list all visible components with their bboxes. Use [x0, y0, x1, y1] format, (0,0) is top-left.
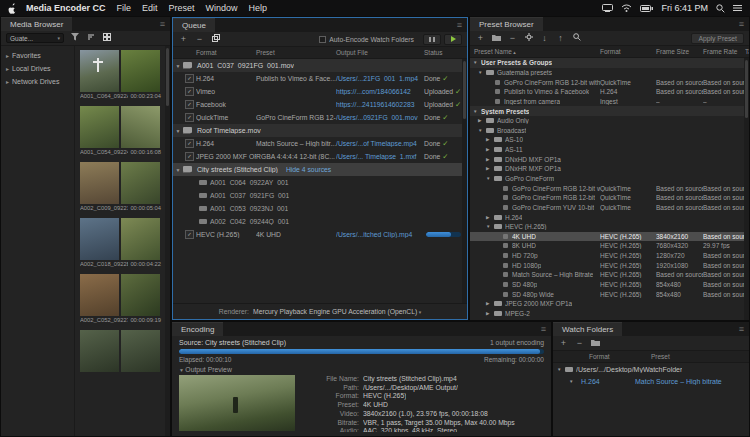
disclosure-triangle-icon[interactable] [486, 147, 494, 152]
column-target-rate[interactable]: Target Rate [745, 48, 749, 55]
tab-media-browser[interactable]: Media Browser [1, 17, 72, 31]
sort-icon[interactable] [85, 33, 96, 43]
clip-thumbnail[interactable] [80, 50, 119, 92]
preset-row[interactable]: SD 480p Wide HEVC (H.265) 854x480 Based … [470, 289, 749, 299]
preset-row[interactable]: GoPro CineForm RGB 12-bit with alpha Qui… [470, 183, 749, 193]
tab-encoding[interactable]: Encoding [172, 322, 223, 336]
renderer-dropdown[interactable]: Mercury Playback Engine GPU Acceleration… [253, 308, 421, 315]
row-output-link[interactable]: /Users/...of Timelapse.mp4 [336, 140, 424, 147]
queue-row[interactable]: A001_C053_0923NJ_001 ✓ [173, 202, 467, 215]
row-preset[interactable]: Match Source – High bitr... [256, 140, 336, 147]
disclosure-triangle-icon[interactable] [486, 137, 494, 142]
row-expander-icon[interactable] [173, 63, 183, 69]
output-checkbox[interactable] [183, 100, 196, 109]
output-preview-toggle[interactable]: Output Preview [179, 366, 544, 373]
disclosure-triangle-icon[interactable] [478, 118, 486, 123]
column-format[interactable]: Format [600, 48, 656, 55]
disclosure-triangle-icon[interactable] [486, 311, 494, 316]
preset-row[interactable]: 8K UHD HEVC (H.265) 7680x4320 29.97 fps … [470, 241, 749, 251]
panel-menu-icon[interactable]: ≡ [734, 17, 749, 31]
preset-row[interactable]: HEVC (H.265) [470, 222, 749, 232]
spotlight-search-icon[interactable] [716, 4, 725, 13]
wifi-icon[interactable] [621, 4, 632, 12]
auto-encode-toggle[interactable]: Auto-Encode Watch Folders [319, 36, 414, 43]
display-icon[interactable] [602, 4, 613, 12]
menubar-item[interactable]: Help [249, 3, 268, 13]
media-clip[interactable]: A002_C052_09227... 00:00:09:19 [80, 274, 161, 323]
queue-row[interactable]: A001_C037_0921FG_001 ✓ [173, 189, 467, 202]
clip-thumbnail[interactable] [121, 274, 160, 316]
menubar-item[interactable]: File [117, 3, 132, 13]
panel-menu-icon[interactable]: ≡ [536, 322, 551, 336]
queue-row[interactable]: A002_C042_09244Q_001 ✓ [173, 215, 467, 228]
clip-thumbnail[interactable] [121, 50, 160, 92]
row-output-link[interactable]: /Users/...0921FG_001.mov [336, 114, 424, 121]
row-format[interactable]: H.264 [196, 75, 256, 82]
new-preset-icon[interactable]: + [475, 33, 486, 43]
clip-thumbnail[interactable] [80, 330, 119, 372]
media-clip[interactable] [80, 330, 161, 372]
queue-row[interactable]: City streets (Stitched Clip) Hide 4 sour… [173, 163, 467, 176]
disclosure-triangle-icon[interactable] [486, 166, 494, 171]
media-clip[interactable]: A002_C009_092211... 00:00:05:04 [80, 162, 161, 211]
row-output-link[interactable]: /Users/...21FG_001_1.mp4 [336, 75, 424, 82]
start-queue-button[interactable] [444, 34, 462, 45]
clip-thumbnail[interactable] [80, 106, 119, 148]
new-group-icon[interactable] [491, 33, 502, 43]
output-checkbox[interactable] [183, 87, 196, 96]
preset-row[interactable]: GoPro CineForm [470, 174, 749, 184]
row-output-link[interactable]: /Users/... Timelapse_1.mxf [336, 153, 424, 160]
search-presets-icon[interactable] [571, 33, 582, 43]
row-format[interactable]: JPEG 2000 MXF OP1a [196, 153, 256, 160]
disclosure-triangle-icon[interactable] [486, 224, 494, 229]
preset-row[interactable]: DNxHR MXF OP1a [470, 164, 749, 174]
queue-scrollbar[interactable] [462, 59, 467, 303]
column-preset-name[interactable]: Preset Name [470, 48, 600, 55]
panel-menu-icon[interactable]: ≡ [452, 18, 467, 32]
preset-settings-icon[interactable] [523, 33, 534, 43]
media-clip[interactable]: A001_C064_0922AY... 00:00:23:04 [80, 50, 161, 99]
remove-watch-folder-icon[interactable]: − [574, 338, 585, 348]
queue-row[interactable]: Vimeo https://...com/184066142 Uploaded … [173, 85, 467, 98]
column-format[interactable]: Format [589, 353, 651, 360]
preset-row[interactable]: GoPro CineForm RGB 12-bit QuickTime Base… [470, 193, 749, 203]
row-expander-icon[interactable] [173, 128, 183, 134]
watch-folder-entry-row[interactable]: H.264 Match Source – High bitrate [553, 375, 749, 387]
disclosure-triangle-icon[interactable] [486, 157, 494, 162]
export-preset-icon[interactable]: ↑ [555, 33, 566, 43]
preset-row[interactable]: GoPro CineForm RGB 12-bit with alpha (Al… [470, 77, 749, 87]
folder-icon[interactable] [590, 338, 601, 348]
tree-item[interactable]: Local Drives [1, 62, 74, 75]
tree-item[interactable]: Favorites [1, 49, 74, 62]
clip-thumbnail[interactable] [80, 218, 119, 260]
column-frame-rate[interactable]: Frame Rate [703, 48, 745, 55]
row-output-link[interactable]: https://...com/184066142 [336, 88, 424, 95]
thumbnail-view-icon[interactable] [101, 33, 112, 43]
preset-row[interactable]: Guatemala presets [470, 68, 749, 78]
row-format[interactable]: Facebook [196, 101, 256, 108]
row-preset[interactable]: 4K UHD [256, 231, 336, 238]
output-checkbox[interactable] [183, 152, 196, 161]
media-scrollbar[interactable] [165, 46, 170, 436]
notification-center-icon[interactable] [733, 4, 742, 12]
row-output-link[interactable]: /Users/...itched Clip).mp4 [336, 231, 424, 238]
media-clip[interactable]: A002_C018_0922BK... 00:00:04:22 [80, 218, 161, 267]
apply-preset-button[interactable]: Apply Preset [691, 33, 744, 44]
preset-row[interactable]: System Presets [470, 106, 749, 116]
preset-row[interactable]: Broadcast [470, 125, 749, 135]
toggle-sources-link[interactable]: Hide 4 sources [286, 166, 331, 173]
queue-row[interactable]: QuickTime GoPro CineForm RGB 12-... /Use… [173, 111, 467, 124]
preset-row[interactable]: Ingest from camera Ingest – – [470, 97, 749, 107]
preset-row[interactable]: User Presets & Groups [470, 58, 749, 68]
preset-row[interactable]: H.264 [470, 212, 749, 222]
queue-row[interactable]: A001_C064_0922AY_001 ✓ [173, 176, 467, 189]
queue-row[interactable]: HEVC (H.265) 4K UHD /Users/...itched Cli… [173, 228, 467, 241]
disclosure-triangle-icon[interactable] [486, 176, 494, 181]
preset-row[interactable]: AS-10 [470, 135, 749, 145]
queue-row[interactable]: Facebook https://...24119614602283 Uploa… [173, 98, 467, 111]
clip-thumbnail[interactable] [121, 218, 160, 260]
row-expander-icon[interactable] [173, 167, 183, 173]
preset-row[interactable]: GoPro CineForm YUV 10-bit QuickTime Base… [470, 203, 749, 213]
row-format[interactable]: Vimeo [196, 88, 256, 95]
disclosure-triangle-icon[interactable] [486, 301, 494, 306]
